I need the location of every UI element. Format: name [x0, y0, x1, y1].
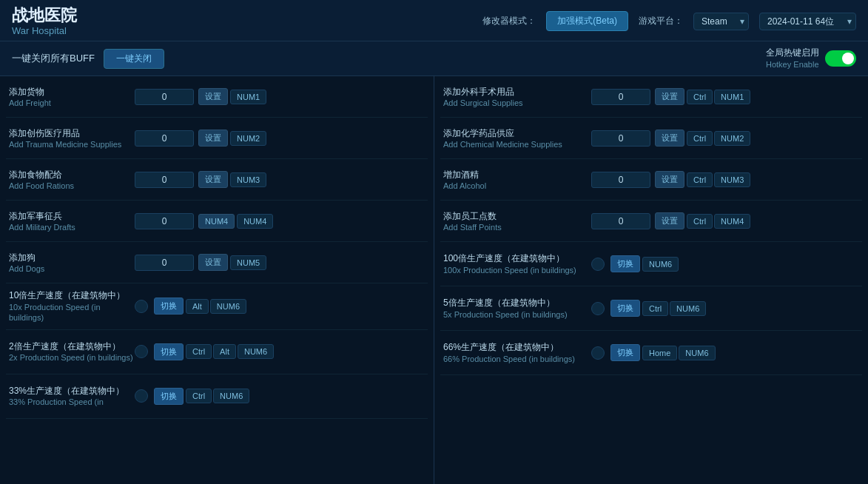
item-en: 10x Production Speed (in buildings) [9, 302, 135, 323]
mode-button[interactable]: 加强模式(Beta) [546, 11, 628, 31]
item-label: 添加狗 Add Dogs [9, 252, 135, 273]
toggle-circle[interactable] [591, 258, 605, 271]
2x-key-num6[interactable]: NUM6 [238, 344, 274, 359]
chemical-key-ctrl[interactable]: Ctrl [687, 131, 713, 146]
dogs-key-btn[interactable]: NUM5 [230, 255, 266, 270]
chemical-set-btn[interactable]: 设置 [655, 130, 684, 147]
item-label: 10倍生产速度（在建筑物中） 10x Production Speed (in … [9, 289, 135, 323]
item-en: 100x Production Speed (in buildings) [443, 265, 591, 275]
item-label: 添加食物配给 Add Food Rations [9, 169, 135, 190]
10x-switch-btn[interactable]: 切换 [154, 298, 184, 315]
alcohol-key-ctrl[interactable]: Ctrl [687, 172, 713, 187]
alcohol-set-btn[interactable]: 设置 [655, 171, 684, 188]
alcohol-key-num3[interactable]: NUM3 [714, 172, 750, 187]
10x-key-num6[interactable]: NUM6 [210, 299, 246, 314]
platform-select-wrapper[interactable]: SteamEpicGOG ▾ [693, 13, 749, 30]
5x-key-num6[interactable]: NUM6 [670, 301, 706, 316]
100x-switch-btn[interactable]: 切换 [610, 255, 640, 272]
food-input[interactable] [135, 172, 194, 188]
trauma-input[interactable] [135, 130, 194, 147]
staff-set-btn[interactable]: 设置 [655, 212, 684, 229]
33pct-key-ctrl[interactable]: Ctrl [186, 389, 212, 403]
item-cn: 5倍生产速度（在建筑物中） [443, 297, 591, 309]
dogs-input[interactable] [135, 255, 194, 271]
hotkey-toggle[interactable] [825, 50, 856, 67]
version-select[interactable]: 2024-01-11 64位2023-12-01 64位 [759, 13, 856, 30]
freight-key-btn[interactable]: NUM1 [230, 90, 266, 104]
hotkey-labels: 全局热键启用 Hotkey Enable [766, 47, 819, 70]
surgical-input[interactable] [591, 89, 650, 105]
chemical-key-num2[interactable]: NUM2 [714, 131, 750, 146]
staff-input[interactable] [591, 213, 650, 229]
trauma-set-btn[interactable]: 设置 [198, 130, 228, 147]
2x-key-alt[interactable]: Alt [213, 344, 236, 359]
list-item: 100倍生产速度（在建筑物中） 100x Production Speed (i… [440, 242, 862, 286]
toggle-circle[interactable] [135, 300, 148, 313]
hotkey-section: 全局热键启用 Hotkey Enable [766, 47, 856, 70]
toggle-circle[interactable] [135, 389, 148, 403]
item-label: 66%生产速度（在建筑物中） 66% Production Speed (in … [443, 341, 591, 364]
item-en: 2x Production Speed (in buildings) [9, 352, 135, 363]
2x-switch-btn[interactable]: 切换 [154, 343, 184, 360]
toggle-circle[interactable] [591, 346, 605, 360]
list-item: 添加创伤医疗用品 Add Trauma Medicine Supplies 设置… [6, 118, 428, 159]
item-label: 33%生产速度（在建筑物中） 33% Production Speed (in [9, 385, 135, 408]
platform-select[interactable]: SteamEpicGOG [693, 13, 749, 30]
hotkey-label-en: Hotkey Enable [766, 59, 819, 70]
item-cn: 100倍生产速度（在建筑物中） [443, 252, 591, 265]
2x-key-ctrl[interactable]: Ctrl [186, 344, 212, 359]
item-en: Add Surgical Supplies [443, 98, 591, 107]
staff-key-num4[interactable]: NUM4 [714, 214, 750, 229]
66pct-key-num6[interactable]: NUM6 [679, 346, 715, 360]
10x-key-alt[interactable]: Alt [186, 299, 209, 314]
hotkey-label-cn: 全局热键启用 [766, 47, 819, 59]
list-item: 5倍生产速度（在建筑物中） 5x Production Speed (in bu… [440, 286, 862, 331]
disable-all-button[interactable]: 一键关闭 [104, 49, 164, 69]
list-item: 添加外科手术用品 Add Surgical Supplies 设置 Ctrl N… [440, 76, 862, 118]
list-item: 添加狗 Add Dogs 设置 NUM5 [6, 242, 428, 283]
header: 战地医院 War Hospital 修改器模式： 加强模式(Beta) 游戏平台… [0, 0, 868, 41]
item-cn: 66%生产速度（在建筑物中） [443, 341, 591, 354]
food-set-btn[interactable]: 设置 [198, 171, 228, 188]
item-cn: 添加员工点数 [443, 210, 591, 223]
app-container: 战地医院 War Hospital 修改器模式： 加强模式(Beta) 游戏平台… [0, 0, 868, 484]
mode-label: 修改器模式： [482, 15, 536, 27]
surgical-key-ctrl[interactable]: Ctrl [687, 90, 713, 104]
item-cn: 添加狗 [9, 252, 135, 264]
chemical-input[interactable] [591, 130, 650, 147]
military-set-btn[interactable]: NUM4 [198, 214, 235, 229]
version-select-wrapper[interactable]: 2024-01-11 64位2023-12-01 64位 ▾ [759, 13, 856, 30]
66pct-key-home[interactable]: Home [642, 346, 677, 360]
toggle-circle[interactable] [135, 345, 148, 358]
item-cn: 添加货物 [9, 86, 135, 98]
33pct-key-num6[interactable]: NUM6 [213, 389, 249, 403]
surgical-set-btn[interactable]: 设置 [655, 88, 684, 105]
alcohol-input[interactable] [591, 172, 650, 188]
33pct-switch-btn[interactable]: 切换 [154, 388, 184, 405]
header-right: 修改器模式： 加强模式(Beta) 游戏平台： SteamEpicGOG ▾ 2… [482, 11, 856, 31]
military-key-btn[interactable]: NUM4 [237, 214, 273, 229]
staff-key-ctrl[interactable]: Ctrl [687, 214, 713, 229]
trauma-key-btn[interactable]: NUM2 [230, 131, 266, 146]
list-item: 添加军事征兵 Add Military Drafts NUM4 NUM4 [6, 201, 428, 242]
toggle-circle[interactable] [591, 302, 605, 315]
item-cn: 添加化学药品供应 [443, 127, 591, 140]
item-en: 33% Production Speed (in [9, 397, 135, 407]
disable-all-section: 一键关闭所有BUFF 一键关闭 [12, 49, 164, 69]
100x-key-num6[interactable]: NUM6 [642, 257, 679, 272]
66pct-switch-btn[interactable]: 切换 [610, 344, 640, 361]
item-label: 添加外科手术用品 Add Surgical Supplies [443, 86, 591, 107]
freight-set-btn[interactable]: 设置 [198, 88, 228, 105]
military-input[interactable] [135, 213, 194, 229]
item-cn: 增加酒精 [443, 169, 591, 181]
freight-input[interactable] [135, 89, 194, 105]
surgical-key-num1[interactable]: NUM1 [714, 90, 750, 104]
title-block: 战地医院 War Hospital [12, 6, 77, 36]
5x-switch-btn[interactable]: 切换 [610, 300, 640, 317]
item-en: Add Chemical Medicine Supplies [443, 140, 591, 149]
item-cn: 33%生产速度（在建筑物中） [9, 385, 135, 397]
food-key-btn[interactable]: NUM3 [230, 172, 266, 187]
5x-key-ctrl[interactable]: Ctrl [642, 301, 668, 316]
dogs-set-btn[interactable]: 设置 [198, 254, 228, 271]
item-label: 添加军事征兵 Add Military Drafts [9, 210, 135, 232]
